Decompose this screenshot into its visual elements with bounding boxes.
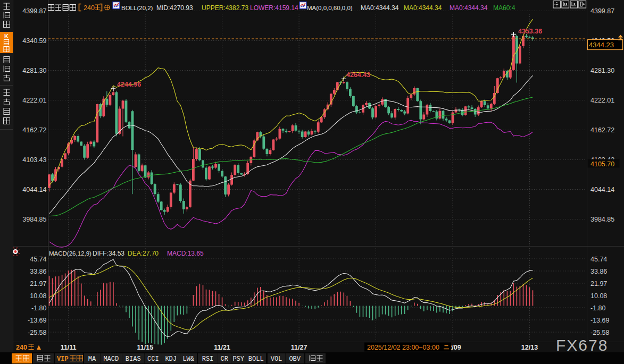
svg-text:11/21: 11/21 [214,344,230,351]
svg-text:MA(0,0,0,60,0,0): MA(0,0,0,60,0,0) [307,5,353,11]
svg-text:MA0:4344.34: MA0:4344.34 [361,4,399,12]
svg-text:11/27: 11/27 [291,344,307,351]
svg-text:10.08: 10.08 [590,292,607,300]
svg-text:3984.85: 3984.85 [22,216,46,223]
svg-text:DEA:27.70: DEA:27.70 [128,250,159,257]
svg-text:4340.59: 4340.59 [22,37,46,45]
svg-text:CR: CR [221,355,228,363]
svg-text:33.86: 33.86 [30,268,46,275]
svg-text:-25.58: -25.58 [590,329,609,336]
svg-text:-13.69: -13.69 [590,317,609,324]
svg-text:240: 240 [84,4,95,12]
svg-text:45.74: 45.74 [30,256,46,263]
svg-text:45.74: 45.74 [590,256,607,263]
svg-text:4162.72: 4162.72 [22,126,46,134]
svg-text:MID:4270.93: MID:4270.93 [156,4,193,12]
svg-text:12/13: 12/13 [521,344,538,351]
svg-text:DIFF:34.53: DIFF:34.53 [93,250,124,257]
svg-text:4044.14: 4044.14 [22,186,46,193]
svg-text:MA60:4: MA60:4 [493,4,515,12]
svg-text:-25.58: -25.58 [28,329,46,336]
svg-text:KDJ: KDJ [165,355,177,363]
svg-text:4103.43: 4103.43 [22,156,46,164]
svg-text:MACD(26,12,9): MACD(26,12,9) [49,250,91,257]
svg-text:10.08: 10.08 [30,292,46,300]
svg-text:4222.01: 4222.01 [22,97,46,104]
svg-text:4353.36: 4353.36 [518,28,542,35]
svg-text:11/15: 11/15 [137,344,154,351]
svg-text:4281.30: 4281.30 [590,67,614,74]
svg-text:2025/12/02 23:00~03:00: 2025/12/02 23:00~03:00 [367,344,439,351]
svg-text:4399.87: 4399.87 [22,7,46,15]
svg-text:BIAS: BIAS [126,355,141,363]
svg-text:MA0:4344.34: MA0:4344.34 [450,4,488,12]
svg-text:11/11: 11/11 [61,344,77,351]
svg-text:4105.70: 4105.70 [590,160,614,168]
svg-text:-1.80: -1.80 [31,304,47,312]
svg-text:MACD: MACD [103,355,119,363]
svg-text:BOLL: BOLL [248,355,264,363]
svg-text:LW&: LW& [182,355,194,363]
svg-text:4281.30: 4281.30 [22,67,46,74]
svg-text:CCI: CCI [147,355,159,363]
svg-text:LOWER:4159.14: LOWER:4159.14 [250,4,298,12]
svg-text:FX678: FX678 [556,336,608,354]
svg-text:MACD:13.65: MACD:13.65 [167,250,204,257]
svg-text:-13.69: -13.69 [28,317,46,324]
svg-text:BOLL(20,2): BOLL(20,2) [121,5,153,11]
svg-text:4264.43: 4264.43 [346,71,370,79]
svg-text:240: 240 [16,344,27,351]
svg-text:RSI: RSI [202,355,214,363]
svg-text:VOL: VOL [271,355,282,363]
svg-text:OBV: OBV [289,355,301,363]
svg-text:4162.72: 4162.72 [590,126,614,134]
svg-text:33.86: 33.86 [590,268,607,275]
svg-text:3984.85: 3984.85 [590,216,614,223]
svg-text:MA: MA [88,355,96,363]
svg-text:-1.80: -1.80 [590,304,606,312]
svg-text:MA0:4344.34: MA0:4344.34 [404,4,442,12]
svg-text:UPPER:4382.73: UPPER:4382.73 [202,4,248,12]
svg-text:PSY: PSY [232,355,244,363]
svg-text:21.97: 21.97 [590,280,607,287]
svg-text:K: K [4,33,9,39]
svg-text:4222.01: 4222.01 [590,97,614,104]
svg-text:4344.23: 4344.23 [589,41,614,49]
svg-text:4044.14: 4044.14 [590,186,614,193]
svg-text:VIP: VIP [57,355,69,363]
svg-text:4399.87: 4399.87 [590,7,614,15]
svg-text:21.97: 21.97 [30,280,46,287]
svg-text:4244.96: 4244.96 [117,81,141,88]
